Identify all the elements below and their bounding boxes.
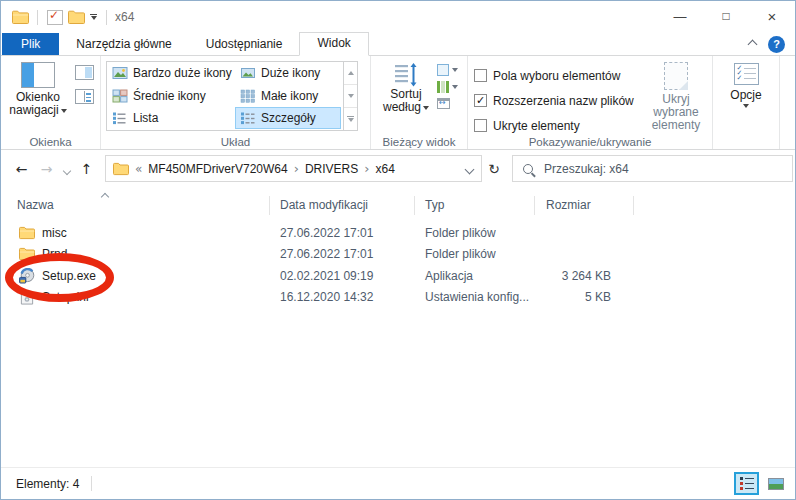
group-label-panes: Okienka — [1, 136, 100, 148]
gallery-more-icon[interactable] — [344, 108, 357, 130]
tab-view[interactable]: Widok — [299, 32, 368, 56]
layout-details[interactable]: Szczegóły — [236, 108, 340, 128]
items-count: Elementy: 4 — [16, 477, 79, 491]
search-input[interactable] — [542, 161, 746, 177]
hide-selected-icon — [664, 62, 688, 90]
installer-icon — [19, 268, 35, 284]
tab-file[interactable]: Plik — [2, 33, 59, 55]
ribbon-tab-row: Plik Narzędzia główne Udostępnianie Wido… — [1, 33, 795, 56]
back-icon[interactable]: ← — [9, 161, 34, 177]
collapse-ribbon-icon[interactable] — [748, 40, 758, 50]
title-bar: ✓ x64 — □ × — [1, 1, 795, 33]
preview-pane-icon[interactable] — [75, 65, 94, 80]
options-button[interactable]: ✓ ✓ ✓ Opcje — [713, 56, 780, 149]
minimize-button[interactable]: — — [657, 1, 703, 33]
hidden-items-option[interactable]: Ukryte elementy — [474, 113, 640, 138]
ribbon-group-layout: Bardzo duże ikony Duże ikony Średnie iko… — [101, 56, 371, 149]
gallery-scroll-down-icon[interactable] — [344, 85, 357, 108]
qat-customize-icon[interactable] — [90, 14, 97, 20]
layout-extra-large-icons[interactable]: Bardzo duże ikony — [108, 63, 234, 83]
details-pane-icon[interactable] — [75, 89, 94, 104]
layout-large-icons[interactable]: Duże ikony — [236, 63, 340, 83]
file-list: Nazwa Data modyfikacji Typ Rozmiar misc … — [2, 188, 794, 467]
extra-large-icons-icon — [112, 66, 128, 80]
ribbon-group-panes: Okienko nawigacji Okienka — [1, 56, 101, 149]
file-row-setup-ini[interactable]: Setup.ini 16.12.2020 14:32 Ustawienia ko… — [2, 287, 794, 309]
qat-check-icon[interactable]: ✓ — [47, 10, 63, 25]
column-header-size[interactable]: Rozmiar — [546, 193, 621, 218]
close-button[interactable]: × — [749, 1, 795, 33]
breadcrumb-drivers[interactable]: DRIVERS — [302, 162, 361, 176]
tab-home[interactable]: Narzędzia główne — [59, 33, 188, 55]
folder-icon — [19, 247, 35, 261]
breadcrumb-x64[interactable]: x64 — [372, 162, 397, 176]
checkbox-checked-icon[interactable]: ✓ — [474, 94, 487, 107]
breadcrumb-separator-icon[interactable]: › — [294, 161, 299, 176]
address-folder-icon — [113, 162, 129, 176]
add-columns-icon — [437, 81, 449, 93]
group-by-button[interactable] — [437, 64, 458, 76]
medium-icons-icon — [112, 89, 128, 103]
window-controls: — □ × — [657, 1, 795, 33]
options-dropdown-icon — [743, 104, 749, 108]
layout-list[interactable]: Lista — [108, 108, 234, 128]
file-extensions-option[interactable]: ✓ Rozszerzenia nazw plików — [474, 88, 640, 113]
help-icon[interactable]: ? — [768, 36, 785, 53]
address-bar[interactable]: « MF450MFDriverV720W64 › DRIVERS › x64 — [105, 155, 482, 182]
list-view-icon — [112, 111, 128, 125]
breadcrumb-separator-icon[interactable]: › — [364, 161, 369, 176]
qat-new-folder-icon[interactable] — [68, 10, 85, 25]
column-header-type[interactable]: Typ — [425, 193, 525, 218]
address-row: ← → ↑ « MF450MFDriverV720W64 › DRIVERS ›… — [1, 150, 795, 187]
options-icon: ✓ ✓ ✓ — [734, 63, 759, 85]
column-divider — [534, 196, 535, 215]
item-checkboxes-option[interactable]: Pola wyboru elementów — [474, 63, 640, 88]
refresh-icon[interactable]: ↻ — [482, 161, 506, 177]
layout-small-icons[interactable]: Małe ikony — [236, 86, 340, 106]
search-icon — [523, 164, 533, 174]
options-label: Opcje — [730, 89, 761, 102]
checkbox-unchecked-icon[interactable] — [474, 69, 487, 82]
details-view-icon — [240, 111, 256, 125]
column-header-date[interactable]: Data modyfikacji — [280, 193, 408, 218]
file-row-misc[interactable]: misc 27.06.2022 17:01 Folder plików — [2, 222, 794, 244]
column-header-name[interactable]: Nazwa — [17, 193, 262, 218]
layout-gallery-scroll — [344, 61, 358, 131]
window-title: x64 — [115, 10, 134, 24]
status-bar: Elementy: 4 — [1, 467, 795, 499]
add-columns-button[interactable] — [437, 81, 458, 93]
tab-share[interactable]: Udostępnianie — [189, 33, 300, 55]
recent-locations-icon[interactable] — [59, 161, 74, 177]
breadcrumb-driver-folder[interactable]: MF450MFDriverV720W64 — [145, 162, 290, 176]
checkbox-unchecked-icon[interactable] — [474, 119, 487, 132]
gallery-scroll-up-icon[interactable] — [344, 62, 357, 85]
column-headers: Nazwa Data modyfikacji Typ Rozmiar — [2, 193, 794, 218]
column-divider — [633, 196, 634, 215]
layout-gallery: Bardzo duże ikony Duże ikony Średnie iko… — [106, 61, 344, 131]
ribbon-group-show-hide: Pola wyboru elementów ✓ Rozszerzenia naz… — [468, 56, 713, 149]
sort-by-label: Sortuj według — [383, 87, 422, 114]
ribbon-filler — [780, 56, 795, 149]
ribbon-corner-controls: ? — [749, 36, 785, 53]
group-label-layout: Układ — [101, 136, 370, 148]
address-dropdown-icon[interactable] — [465, 165, 475, 175]
size-columns-button[interactable] — [437, 98, 458, 109]
file-rows: misc 27.06.2022 17:01 Folder plików Prnd… — [2, 222, 794, 308]
maximize-button[interactable]: □ — [703, 1, 749, 33]
folder-icon — [19, 226, 35, 240]
column-divider — [269, 196, 270, 215]
up-icon[interactable]: ↑ — [74, 161, 99, 177]
status-separator — [91, 476, 92, 491]
explorer-window: ✓ x64 — □ × Plik Narzędzia główne Udostę… — [0, 0, 796, 500]
breadcrumb-overflow[interactable]: « — [135, 162, 142, 176]
search-box[interactable] — [512, 155, 793, 182]
small-icons-icon — [240, 89, 256, 103]
column-divider — [414, 196, 415, 215]
file-row-setup-exe[interactable]: Setup.exe 02.02.2021 09:19 Aplikacja 3 2… — [2, 265, 794, 287]
file-row-prnd[interactable]: Prnd 27.06.2022 17:01 Folder plików — [2, 244, 794, 266]
layout-medium-icons[interactable]: Średnie ikony — [108, 86, 234, 106]
ribbon: Okienko nawigacji Okienka Bardzo duże ik… — [1, 56, 795, 150]
details-view-button[interactable] — [734, 472, 759, 495]
thumbnails-view-button[interactable] — [763, 472, 788, 495]
forward-icon[interactable]: → — [34, 161, 59, 177]
